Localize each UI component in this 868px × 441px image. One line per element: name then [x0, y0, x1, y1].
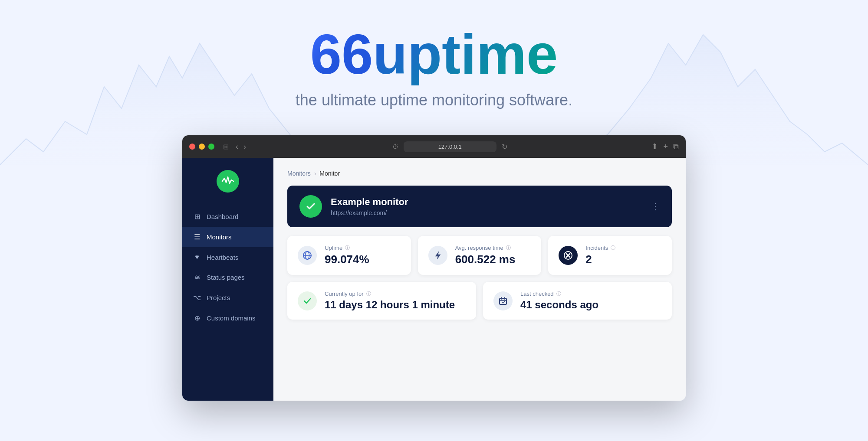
stat-card-incidents: Incidents ⓘ 2	[548, 236, 672, 275]
shield-icon: ⏱	[392, 143, 398, 150]
hero-section: 66uptime the ultimate uptime monitoring …	[0, 0, 868, 109]
minimize-button[interactable]	[199, 144, 205, 150]
uptime-stat-text: Uptime ⓘ 99.074%	[325, 245, 369, 266]
reload-icon[interactable]: ↻	[502, 143, 507, 151]
sidebar-toggle-icon[interactable]: ⊞	[223, 143, 229, 151]
tabs-icon[interactable]: ⧉	[673, 142, 679, 151]
uptime-info-icon[interactable]: ⓘ	[345, 245, 350, 251]
response-info-icon[interactable]: ⓘ	[506, 245, 511, 251]
hero-title-66: 66	[310, 23, 373, 86]
currently-up-label: Currently up for ⓘ	[325, 291, 455, 297]
browser-chrome: ⊞ ‹ › ⏱ 127.0.0.1 ↻ ⬆ + ⧉	[182, 135, 686, 158]
browser-content: ⊞ Dashboard ☰ Monitors ♥ Heartbeats ≋ St…	[182, 158, 686, 401]
add-tab-icon[interactable]: +	[663, 142, 668, 151]
sidebar-item-custom-domains-label: Custom domains	[207, 314, 256, 322]
hero-title-uptime: uptime	[373, 23, 558, 86]
uptime-globe-icon	[298, 246, 317, 265]
breadcrumb: Monitors › Monitor	[287, 170, 672, 177]
stats-grid: Uptime ⓘ 99.074% Avg.	[287, 236, 672, 275]
hero-subtitle: the ultimate uptime monitoring software.	[0, 91, 868, 109]
sidebar-item-heartbeats[interactable]: ♥ Heartbeats	[182, 247, 273, 267]
browser-window: ⊞ ‹ › ⏱ 127.0.0.1 ↻ ⬆ + ⧉ ⊞	[182, 135, 686, 401]
stat-card-response: Avg. response time ⓘ 600.522 ms	[418, 236, 542, 275]
sidebar-item-dashboard-label: Dashboard	[207, 213, 238, 220]
main-content: Monitors › Monitor Example monitor https…	[273, 158, 686, 401]
share-icon[interactable]: ⬆	[651, 142, 658, 151]
sidebar-item-heartbeats-label: Heartbeats	[207, 254, 238, 261]
stat-card-uptime: Uptime ⓘ 99.074%	[287, 236, 411, 275]
sidebar-item-projects[interactable]: ⌥ Projects	[182, 287, 273, 308]
uptime-value: 99.074%	[325, 253, 369, 266]
browser-address-bar: ⏱ 127.0.0.1 ↻	[253, 141, 646, 152]
browser-action-buttons: ⬆ + ⧉	[651, 142, 679, 151]
sidebar-item-monitors[interactable]: ☰ Monitors	[182, 227, 273, 247]
incidents-label: Incidents ⓘ	[585, 245, 615, 251]
bolt-icon-circle	[428, 246, 447, 265]
monitor-info: Example monitor https://example.com/	[331, 196, 642, 216]
hero-title: 66uptime	[0, 26, 868, 82]
svg-marker-3	[435, 252, 441, 259]
last-checked-label: Last checked ⓘ	[520, 291, 598, 297]
currently-up-stat-text: Currently up for ⓘ 11 days 12 hours 1 mi…	[325, 291, 455, 311]
breadcrumb-parent[interactable]: Monitors	[287, 170, 311, 177]
sidebar-item-custom-domains[interactable]: ⊕ Custom domains	[182, 308, 273, 328]
sidebar-item-projects-label: Projects	[207, 294, 230, 301]
heart-icon: ♥	[193, 253, 201, 261]
breadcrumb-separator: ›	[314, 170, 316, 177]
close-button[interactable]	[189, 144, 195, 150]
forward-arrow-icon[interactable]: ›	[242, 142, 248, 151]
sidebar-item-dashboard[interactable]: ⊞ Dashboard	[182, 206, 273, 227]
last-checked-stat-text: Last checked ⓘ 41 seconds ago	[520, 291, 598, 311]
check-icon-circle	[298, 291, 317, 310]
stat-card-last-checked: Last checked ⓘ 41 seconds ago	[483, 282, 672, 320]
maximize-button[interactable]	[208, 144, 214, 150]
svg-rect-7	[500, 298, 506, 304]
monitor-status-icon	[299, 195, 322, 218]
incidents-value: 2	[585, 253, 615, 266]
globe-icon: ⊕	[193, 314, 201, 322]
list-icon: ☰	[193, 233, 201, 241]
incidents-info-icon[interactable]: ⓘ	[611, 245, 615, 251]
calendar-icon-circle	[493, 291, 513, 310]
monitor-header-card: Example monitor https://example.com/ ⋮	[287, 186, 672, 227]
url-bar[interactable]: 127.0.0.1	[404, 141, 496, 152]
last-checked-info-icon[interactable]: ⓘ	[556, 291, 561, 297]
monitor-menu-icon[interactable]: ⋮	[651, 201, 660, 212]
grid-icon: ⊞	[193, 212, 201, 221]
sidebar-item-monitors-label: Monitors	[207, 233, 232, 241]
stat-card-currently-up: Currently up for ⓘ 11 days 12 hours 1 mi…	[287, 282, 476, 320]
bottom-stats-grid: Currently up for ⓘ 11 days 12 hours 1 mi…	[287, 282, 672, 320]
response-value: 600.522 ms	[455, 253, 516, 266]
sidebar-logo[interactable]	[217, 170, 239, 193]
currently-up-info-icon[interactable]: ⓘ	[366, 291, 371, 297]
browser-nav: ‹ ›	[234, 142, 248, 151]
sidebar-nav: ⊞ Dashboard ☰ Monitors ♥ Heartbeats ≋ St…	[182, 206, 273, 328]
response-label: Avg. response time ⓘ	[455, 245, 516, 251]
back-arrow-icon[interactable]: ‹	[234, 142, 240, 151]
sidebar-item-status-pages-label: Status pages	[207, 274, 245, 281]
sidebar-item-status-pages[interactable]: ≋ Status pages	[182, 267, 273, 287]
wifi-icon: ≋	[193, 273, 201, 281]
browser-traffic-lights	[189, 144, 214, 150]
breadcrumb-current: Monitor	[319, 170, 340, 177]
response-stat-text: Avg. response time ⓘ 600.522 ms	[455, 245, 516, 266]
monitor-url[interactable]: https://example.com/	[331, 209, 642, 216]
diagram-icon: ⌥	[193, 294, 201, 302]
incidents-stat-text: Incidents ⓘ 2	[585, 245, 615, 266]
uptime-label: Uptime ⓘ	[325, 245, 369, 251]
incidents-icon-circle	[559, 246, 578, 265]
currently-up-value: 11 days 12 hours 1 minute	[325, 299, 455, 311]
monitor-name: Example monitor	[331, 196, 642, 208]
sidebar: ⊞ Dashboard ☰ Monitors ♥ Heartbeats ≋ St…	[182, 158, 273, 401]
browser-controls: ⊞	[223, 143, 229, 151]
last-checked-value: 41 seconds ago	[520, 299, 598, 311]
